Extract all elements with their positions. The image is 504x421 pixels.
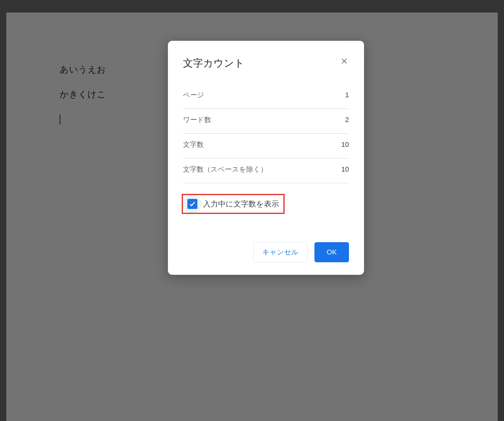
stat-row-words: ワード数 2 — [183, 109, 349, 134]
cancel-button[interactable]: キャンセル — [253, 242, 308, 262]
dialog-header: 文字カウント — [183, 56, 349, 70]
stat-value-chars-no-spaces: 10 — [341, 165, 349, 173]
stat-label-chars-no-spaces: 文字数（スペースを除く） — [183, 165, 267, 174]
word-count-dialog: 文字カウント ページ 1 ワード数 2 文字数 10 文字数（スペースを除く） … — [168, 41, 364, 275]
stat-label-words: ワード数 — [183, 115, 211, 125]
stat-value-chars: 10 — [341, 141, 349, 149]
dialog-actions: キャンセル OK — [183, 242, 349, 262]
check-icon — [189, 200, 196, 207]
annotation-highlight-box: 入力中に文字数を表示 — [182, 194, 285, 214]
stat-row-chars: 文字数 10 — [183, 134, 349, 158]
ok-button[interactable]: OK — [314, 242, 349, 262]
dialog-title: 文字カウント — [183, 56, 244, 70]
checkbox-label: 入力中に文字数を表示 — [203, 199, 279, 209]
close-icon — [341, 58, 348, 65]
close-button[interactable] — [340, 56, 349, 66]
stat-label-chars: 文字数 — [183, 140, 204, 149]
stat-row-pages: ページ 1 — [183, 84, 349, 109]
checkbox-box — [187, 199, 197, 209]
stat-value-pages: 1 — [345, 91, 349, 99]
display-while-typing-checkbox[interactable]: 入力中に文字数を表示 — [187, 199, 279, 209]
stat-row-chars-no-spaces: 文字数（スペースを除く） 10 — [183, 158, 349, 183]
stat-value-words: 2 — [345, 116, 349, 124]
stat-label-pages: ページ — [183, 90, 204, 100]
